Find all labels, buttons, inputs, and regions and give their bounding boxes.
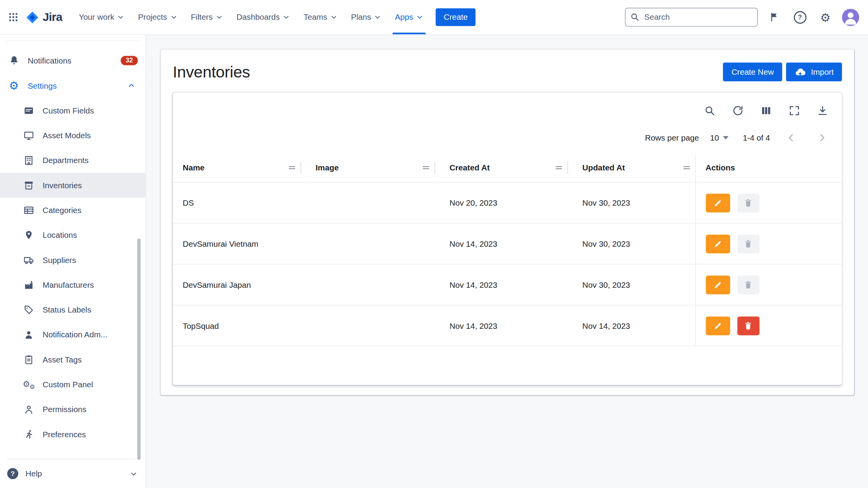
sidebar-item-custom-fields[interactable]: Custom Fields (0, 98, 146, 123)
import-button[interactable]: Import (786, 62, 842, 81)
search-input[interactable] (643, 12, 753, 22)
tag-icon (22, 303, 35, 316)
sidebar-item-label: Departments (43, 156, 89, 165)
cell-image (306, 223, 440, 264)
sidebar-item-custom-panel[interactable]: ⚙⚙ Custom Panel (0, 372, 146, 397)
column-header-image[interactable]: Image (306, 153, 440, 182)
column-header-created-at[interactable]: Created At (439, 153, 572, 182)
edit-button[interactable] (706, 234, 730, 253)
column-drag-icon[interactable] (682, 164, 691, 171)
cell-image (306, 182, 440, 223)
chevron-down-icon (374, 13, 382, 21)
table-row[interactable]: DevSamurai Vietnam Nov 14, 2023 Nov 30, … (173, 223, 842, 264)
sidebar-item-notifications[interactable]: Notifications 32 (0, 48, 146, 73)
app-switcher-button[interactable] (4, 8, 22, 26)
column-separator (301, 162, 301, 174)
main-content: Inventories Create New Import (146, 35, 868, 488)
sidebar-item-label: Notification Adm... (43, 330, 107, 339)
jira-logo[interactable]: Jira (26, 10, 62, 24)
column-drag-icon[interactable] (555, 164, 563, 171)
edit-button[interactable] (706, 193, 730, 212)
column-header-name[interactable]: Name (173, 153, 306, 182)
sidebar-item-categories[interactable]: Categories (0, 198, 146, 222)
sidebar-item-locations[interactable]: Locations (0, 222, 146, 247)
card-fields-icon (22, 104, 35, 117)
previous-page-button[interactable] (783, 130, 799, 146)
sidebar-item-departments[interactable]: Departments (0, 148, 146, 172)
chevron-left-icon (785, 132, 797, 144)
sidebar-item-label: Inventories (43, 180, 82, 189)
nav-apps[interactable]: Apps (388, 0, 431, 34)
delete-button[interactable] (737, 316, 759, 335)
rows-per-page-select[interactable]: 10 (710, 133, 728, 142)
column-header-updated-at[interactable]: Updated At (572, 153, 695, 182)
chevron-down-icon (117, 13, 125, 21)
column-drag-icon[interactable] (288, 164, 296, 171)
table-columns-button[interactable] (759, 103, 773, 118)
edit-button[interactable] (706, 316, 730, 335)
jira-logo-icon (26, 10, 40, 24)
top-navigation-bar: Jira Your work Projects Filters Dashboar… (0, 0, 868, 35)
sidebar-item-settings[interactable]: ⚙ Settings (0, 73, 146, 98)
sidebar-item-suppliers[interactable]: Suppliers (0, 247, 146, 272)
search-icon (630, 12, 640, 22)
user-avatar[interactable] (842, 9, 859, 26)
settings-button[interactable]: ⚙ (816, 8, 834, 26)
table-fullscreen-button[interactable] (787, 103, 801, 118)
table-refresh-button[interactable] (731, 103, 745, 118)
sidebar-item-status-labels[interactable]: Status Labels (0, 297, 146, 322)
create-new-button[interactable]: Create New (723, 62, 782, 81)
table-icon (22, 203, 35, 217)
sidebar-item-label: Locations (43, 230, 77, 239)
sidebar-item-permissions[interactable]: Permissions (0, 397, 146, 421)
nav-projects[interactable]: Projects (131, 0, 184, 34)
sidebar-item-asset-models[interactable]: Asset Models (0, 123, 146, 148)
nav-filters[interactable]: Filters (184, 0, 230, 34)
inventories-page-card: Inventories Create New Import (160, 49, 854, 395)
archive-box-icon (22, 179, 35, 192)
sidebar-item-help[interactable]: ? Help (0, 459, 146, 488)
rows-per-page-label: Rows per page (645, 133, 699, 142)
next-page-button[interactable] (814, 130, 830, 146)
gears-icon: ⚙⚙ (22, 378, 35, 391)
cell-image (306, 305, 440, 346)
nav-plans[interactable]: Plans (344, 0, 388, 34)
cell-updated-at: Nov 14, 2023 (572, 305, 695, 346)
notifications-badge: 32 (121, 56, 138, 65)
cell-name: DS (173, 182, 306, 223)
refresh-icon (732, 105, 744, 117)
sidebar-item-manufacturers[interactable]: Manufacturers (0, 272, 146, 297)
table-row[interactable]: DevSamurai Japan Nov 14, 2023 Nov 30, 20… (173, 264, 842, 305)
table-download-button[interactable] (815, 103, 830, 118)
table-row[interactable]: DS Nov 20, 2023 Nov 30, 2023 (173, 182, 842, 223)
nav-dashboards[interactable]: Dashboards (230, 0, 297, 34)
sidebar-item-label: Settings (28, 81, 57, 90)
column-drag-icon[interactable] (422, 164, 430, 171)
table-search-button[interactable] (703, 103, 717, 118)
sidebar-item-inventories[interactable]: Inventories (0, 173, 146, 198)
building-icon (22, 153, 35, 167)
nav-your-work[interactable]: Your work (72, 0, 131, 34)
cell-created-at: Nov 14, 2023 (439, 305, 572, 346)
sidebar-item-notification-admin[interactable]: Notification Adm... (0, 322, 146, 347)
sidebar-scrollbar[interactable] (137, 239, 141, 460)
column-separator (434, 162, 435, 174)
delete-button[interactable] (737, 193, 759, 212)
chevron-right-icon (816, 132, 828, 144)
sidebar-item-label: Status Labels (43, 305, 91, 314)
create-button[interactable]: Create (436, 8, 475, 26)
delete-button[interactable] (737, 275, 759, 294)
cell-name: DevSamurai Japan (173, 264, 306, 305)
cell-updated-at: Nov 30, 2023 (572, 264, 695, 305)
nav-teams[interactable]: Teams (297, 0, 344, 34)
edit-button[interactable] (706, 275, 730, 294)
sidebar-item-asset-tags[interactable]: Asset Tags (0, 347, 146, 372)
main-navigation: Your work Projects Filters Dashboards Te… (72, 0, 430, 34)
cell-created-at: Nov 14, 2023 (439, 264, 572, 305)
delete-button[interactable] (737, 234, 759, 253)
table-row[interactable]: TopSquad Nov 14, 2023 Nov 14, 2023 (173, 305, 842, 346)
column-header-actions: Actions (695, 153, 842, 182)
help-button[interactable]: ? (791, 8, 809, 26)
whats-new-button[interactable] (766, 8, 784, 26)
sidebar-item-preferences[interactable]: Preferences (0, 422, 146, 447)
